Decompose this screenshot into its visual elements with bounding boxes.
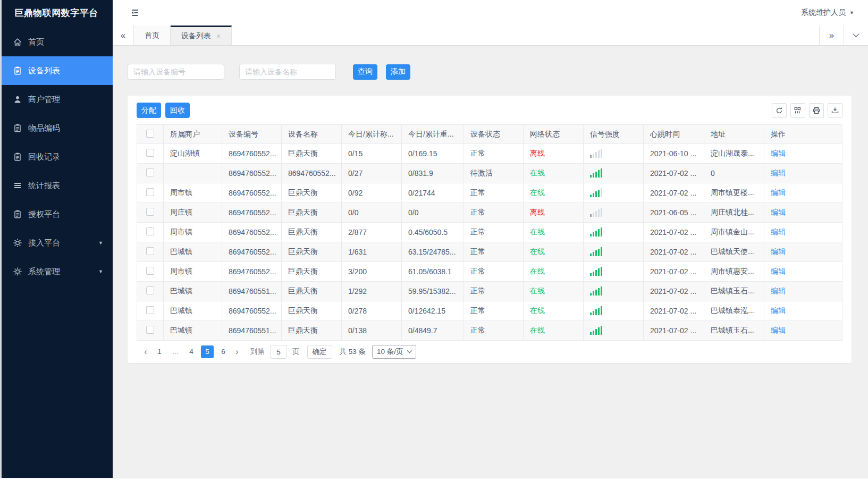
caret-down-icon: ▼ <box>849 10 854 15</box>
app-logo: 巨鼎物联网数字平台 <box>0 0 113 26</box>
row-checkbox[interactable] <box>146 286 154 294</box>
table-row: 巴城镇 8694760551... 巨鼎天衡 1/292 59.95/15382… <box>137 282 842 301</box>
tab-actions-dropdown[interactable] <box>844 26 868 45</box>
tab-active[interactable]: 设备列表 × <box>171 26 232 45</box>
cell-merchant: 周庄镇 <box>164 203 222 223</box>
row-checkbox[interactable] <box>146 168 154 176</box>
tab-strip-spacer <box>232 26 819 45</box>
device-table: 所属商户设备编号设备名称今日/累计称...今日/累计重...设备状态网络状态信号… <box>137 124 842 341</box>
topbar: 系统维护人员 ▼ <box>113 0 868 26</box>
cell-device-no: 8694760552... <box>222 164 282 183</box>
sidebar-item-report[interactable]: 统计报表 <box>0 171 113 200</box>
refresh-button[interactable] <box>772 103 787 118</box>
row-checkbox[interactable] <box>146 149 154 157</box>
cell-today-weight: 61.05/6038.1 <box>402 262 464 282</box>
tab-0[interactable]: 首页 <box>134 26 171 45</box>
close-tab-icon[interactable]: × <box>216 32 221 40</box>
edit-link[interactable]: 编辑 <box>771 286 786 295</box>
prev-page-button[interactable]: ‹ <box>140 347 151 357</box>
cell-device-status: 正常 <box>464 321 524 341</box>
cell-device-status: 正常 <box>464 242 524 262</box>
row-checkbox[interactable] <box>146 267 154 275</box>
next-page-button[interactable]: › <box>231 347 243 357</box>
row-checkbox[interactable] <box>146 227 154 235</box>
cell-address: 巴城镇玉石... <box>704 282 764 301</box>
menu-fold-icon[interactable] <box>130 7 140 18</box>
cell-heartbeat: 2021-06-10 ... <box>644 144 704 164</box>
report-icon <box>13 181 22 190</box>
print-button[interactable] <box>809 103 824 118</box>
cell-today-count: 1/292 <box>342 282 402 301</box>
assign-button[interactable]: 分配 <box>137 103 161 118</box>
recycle-button[interactable]: 回收 <box>165 103 190 118</box>
device-no-input[interactable] <box>128 64 224 80</box>
edit-link[interactable]: 编辑 <box>771 208 786 216</box>
column-header: 心跳时间 <box>644 125 704 144</box>
select-all-checkbox[interactable] <box>146 130 154 138</box>
cell-address: 周市镇金山... <box>704 223 764 242</box>
cell-network-status: 在线 <box>524 164 584 183</box>
row-checkbox[interactable] <box>146 326 154 334</box>
row-checkbox[interactable] <box>146 188 154 196</box>
cell-address: 周庄镇北桂... <box>704 203 764 223</box>
goto-page-input[interactable] <box>270 345 287 359</box>
page-number-1[interactable]: 1 <box>153 345 166 358</box>
sidebar-item-merchant[interactable]: 商户管理 <box>0 85 113 114</box>
sidebar-item-home[interactable]: 首页 <box>0 28 113 56</box>
export-button[interactable] <box>828 103 842 118</box>
row-checkbox[interactable] <box>146 306 154 314</box>
cell-network-status: 在线 <box>524 282 584 301</box>
sidebar-item-system-manage[interactable]: 系统管理 ▼ <box>0 257 113 286</box>
page-size-select[interactable]: 10 条/页 <box>372 345 416 359</box>
sidebar-item-authorize[interactable]: 授权平台 <box>0 200 113 229</box>
edit-link[interactable]: 编辑 <box>771 227 786 236</box>
collapse-tabs-left-button[interactable]: « <box>113 26 134 45</box>
print-icon <box>812 106 821 115</box>
row-checkbox[interactable] <box>146 247 154 255</box>
cell-device-name: 巨鼎天衡 <box>282 242 342 262</box>
cell-heartbeat: 2021-07-02 ... <box>644 262 704 282</box>
edit-link[interactable]: 编辑 <box>771 188 786 197</box>
edit-link[interactable]: 编辑 <box>771 306 786 315</box>
cell-device-status: 正常 <box>464 301 524 321</box>
cell-address: 0 <box>704 164 764 183</box>
cell-today-count: 0/92 <box>342 183 402 203</box>
table-toolbar: 分配 回收 <box>137 103 842 118</box>
edit-link[interactable]: 编辑 <box>771 149 786 157</box>
row-checkbox[interactable] <box>146 208 154 216</box>
edit-link[interactable]: 编辑 <box>771 247 786 256</box>
cell-device-name: 巨鼎天衡 <box>282 301 342 321</box>
device-name-input[interactable] <box>239 64 336 80</box>
page-number-4[interactable]: 4 <box>185 345 198 358</box>
cell-network-status: 在线 <box>524 242 584 262</box>
table-row: 周市镇 8694760552... 巨鼎天衡 0/92 0/21744 正常 在… <box>137 183 842 203</box>
scroll-tabs-right-button[interactable]: » <box>819 26 844 45</box>
sidebar-item-item-code[interactable]: 物品编码 <box>0 114 113 142</box>
columns-button[interactable] <box>790 103 805 118</box>
cell-device-status: 正常 <box>464 203 524 223</box>
cell-today-count: 0/27 <box>342 164 402 183</box>
edit-link[interactable]: 编辑 <box>771 326 786 334</box>
column-header: 设备名称 <box>282 125 342 144</box>
confirm-page-button[interactable]: 确定 <box>307 345 332 359</box>
cell-heartbeat: 2021-07-02 ... <box>644 183 704 203</box>
sidebar-item-recycle-record[interactable]: 回收记录 <box>0 142 113 171</box>
cell-device-no: 8694760552... <box>222 144 282 164</box>
column-header: 信号强度 <box>584 125 644 144</box>
add-button[interactable]: 添加 <box>386 64 410 80</box>
cell-heartbeat: 2021-07-02 ... <box>644 321 704 341</box>
cell-network-status: 在线 <box>524 223 584 242</box>
edit-link[interactable]: 编辑 <box>771 168 786 177</box>
page-number-6[interactable]: 6 <box>217 345 230 358</box>
page-number-5[interactable]: 5 <box>201 345 214 358</box>
cell-device-no: 8694760552... <box>222 203 282 223</box>
cell-today-weight: 63.15/24785... <box>402 242 464 262</box>
chevron-down-icon <box>853 30 859 37</box>
sidebar-item-access-platform[interactable]: 接入平台 ▼ <box>0 229 113 257</box>
user-menu[interactable]: 系统维护人员 ▼ <box>801 8 854 18</box>
cell-device-no: 8694760551... <box>222 282 282 301</box>
sidebar-item-device-list[interactable]: 设备列表 <box>0 56 113 85</box>
cell-today-weight: 0/21744 <box>402 183 464 203</box>
query-button[interactable]: 查询 <box>353 64 377 80</box>
edit-link[interactable]: 编辑 <box>771 267 786 275</box>
